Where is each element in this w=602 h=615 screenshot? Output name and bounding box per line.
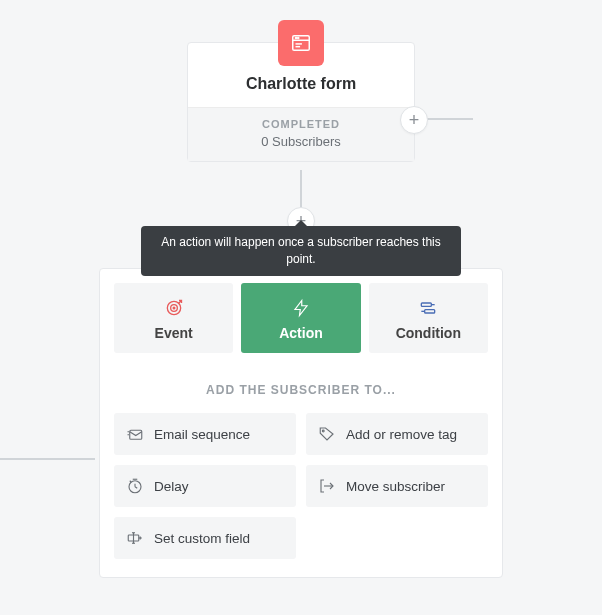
lightning-icon bbox=[245, 297, 356, 319]
tab-condition[interactable]: Condition bbox=[369, 283, 488, 353]
option-delay[interactable]: Delay bbox=[114, 465, 296, 507]
section-title: ADD THE SUBSCRIBER TO... bbox=[114, 383, 488, 397]
option-label: Delay bbox=[154, 479, 189, 494]
node-subscribers: 0 Subscribers bbox=[198, 134, 404, 149]
tag-icon bbox=[318, 425, 336, 443]
svg-point-2 bbox=[295, 37, 296, 38]
option-set-custom-field[interactable]: Set custom field bbox=[114, 517, 296, 559]
option-label: Set custom field bbox=[154, 531, 250, 546]
svg-rect-15 bbox=[130, 430, 142, 439]
svg-point-18 bbox=[322, 430, 324, 432]
form-icon bbox=[278, 20, 324, 66]
svg-marker-10 bbox=[295, 301, 307, 316]
option-add-remove-tag[interactable]: Add or remove tag bbox=[306, 413, 488, 455]
condition-icon bbox=[373, 297, 484, 319]
svg-line-23 bbox=[130, 481, 132, 483]
step-type-tabs: Event Action Condition bbox=[114, 283, 488, 353]
custom-field-icon bbox=[126, 529, 144, 547]
node-footer: COMPLETED 0 Subscribers bbox=[188, 107, 414, 161]
step-type-panel: Event Action Condition ADD THE SUBS bbox=[99, 268, 503, 578]
svg-point-3 bbox=[298, 37, 299, 38]
svg-rect-11 bbox=[422, 303, 432, 306]
tab-event[interactable]: Event bbox=[114, 283, 233, 353]
tab-label: Event bbox=[118, 325, 229, 341]
action-options-grid: Email sequence Add or remove tag Delay bbox=[114, 413, 488, 559]
target-icon bbox=[118, 297, 229, 319]
option-label: Add or remove tag bbox=[346, 427, 457, 442]
connector-line bbox=[0, 458, 95, 460]
svg-point-8 bbox=[173, 307, 175, 309]
option-label: Move subscriber bbox=[346, 479, 445, 494]
tooltip: An action will happen once a subscriber … bbox=[141, 226, 461, 276]
node-status: COMPLETED bbox=[198, 118, 404, 130]
option-label: Email sequence bbox=[154, 427, 250, 442]
add-branch-button[interactable]: + bbox=[400, 106, 428, 134]
plus-icon: + bbox=[409, 110, 420, 131]
tab-label: Action bbox=[245, 325, 356, 341]
workflow-node-card[interactable]: Charlotte form COMPLETED 0 Subscribers bbox=[187, 42, 415, 162]
option-move-subscriber[interactable]: Move subscriber bbox=[306, 465, 488, 507]
svg-line-21 bbox=[135, 487, 137, 489]
email-sequence-icon bbox=[126, 425, 144, 443]
tab-action[interactable]: Action bbox=[241, 283, 360, 353]
move-icon bbox=[318, 477, 336, 495]
tab-label: Condition bbox=[373, 325, 484, 341]
clock-icon bbox=[126, 477, 144, 495]
svg-rect-13 bbox=[425, 310, 435, 313]
option-email-sequence[interactable]: Email sequence bbox=[114, 413, 296, 455]
